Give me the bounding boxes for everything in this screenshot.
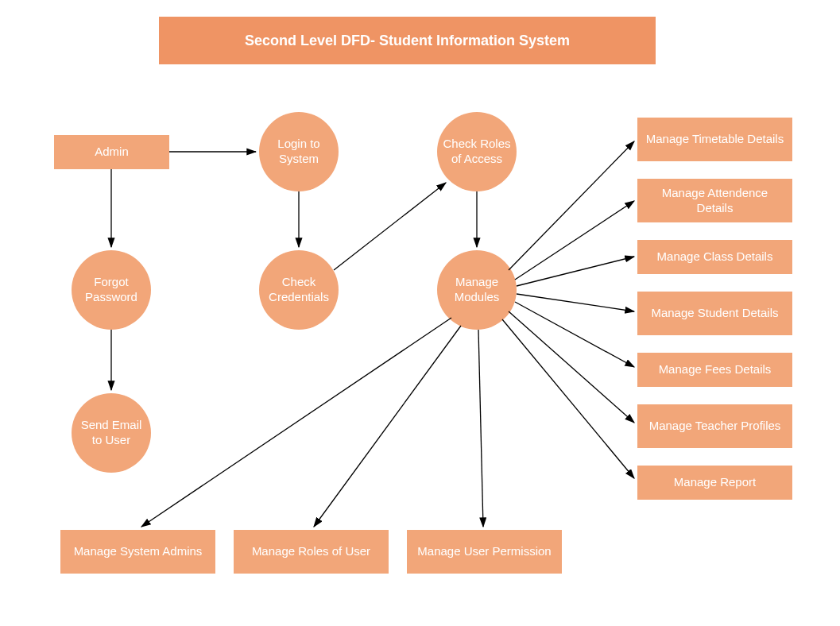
svg-line-9 [517, 257, 634, 286]
node-check-roles: Check Roles of Access [437, 112, 517, 191]
node-manage-attendence: Manage Attendence Details [637, 179, 792, 222]
svg-line-4 [334, 183, 446, 270]
node-send-email: Send Email to User [72, 393, 151, 473]
node-check-credentials: Check Credentials [259, 250, 339, 330]
node-manage-user-permission: Manage User Permission [407, 530, 562, 574]
node-manage-report: Manage Report [637, 466, 792, 500]
node-manage-system-admins: Manage System Admins [60, 530, 215, 574]
node-manage-roles-user: Manage Roles of User [234, 530, 389, 574]
node-manage-fees: Manage Fees Details [637, 353, 792, 387]
svg-line-10 [517, 294, 634, 311]
node-login: Login to System [259, 112, 339, 191]
svg-line-12 [509, 311, 634, 423]
node-manage-teacher: Manage Teacher Profiles [637, 404, 792, 448]
svg-line-7 [509, 141, 634, 270]
node-manage-student: Manage Student Details [637, 292, 792, 335]
node-forgot-password: Forgot Password [72, 250, 151, 330]
node-manage-timetable: Manage Timetable Details [637, 118, 792, 161]
svg-line-14 [141, 318, 451, 527]
node-manage-class: Manage Class Details [637, 240, 792, 274]
diagram-title: Second Level DFD- Student Information Sy… [159, 17, 656, 64]
svg-line-8 [515, 201, 634, 280]
svg-line-11 [515, 302, 634, 367]
svg-line-15 [314, 326, 461, 527]
node-admin: Admin [54, 135, 169, 169]
svg-line-16 [478, 330, 483, 527]
svg-line-13 [502, 319, 634, 478]
node-manage-modules: Manage Modules [437, 250, 517, 330]
